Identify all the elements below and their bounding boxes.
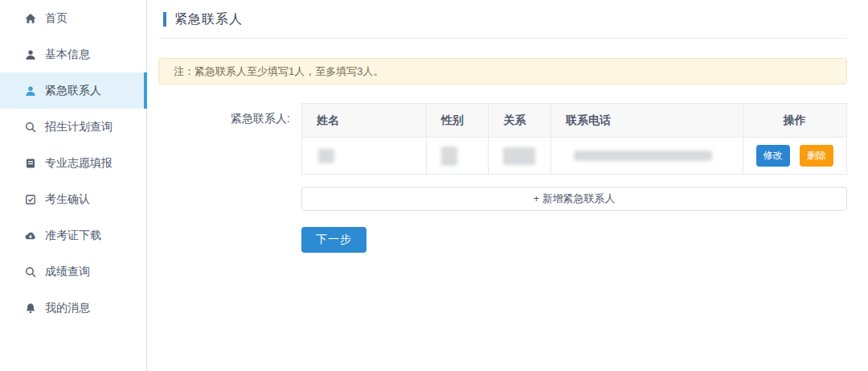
sidebar-item-label: 成绩查询 bbox=[45, 265, 90, 279]
book-icon bbox=[24, 157, 36, 169]
header-relation: 关系 bbox=[489, 104, 551, 138]
redacted-relation-value bbox=[503, 147, 535, 165]
sidebar-item-emergency-contacts[interactable]: 紧急联系人 bbox=[0, 72, 146, 109]
redacted-phone-value bbox=[574, 150, 712, 161]
user-icon bbox=[24, 48, 36, 60]
redacted-gender-value bbox=[441, 146, 457, 166]
redacted-name-value bbox=[318, 149, 334, 163]
main-content: 紧急联系人 注：紧急联系人至少填写1人，至多填写3人。 紧急联系人: 姓名 性别… bbox=[147, 0, 868, 371]
header-actions: 操作 bbox=[743, 104, 847, 138]
table-row: 修改 删除 bbox=[302, 138, 847, 175]
sidebar-item-label: 考生确认 bbox=[45, 192, 90, 207]
sidebar-item-label: 我的消息 bbox=[45, 301, 90, 315]
title-divider bbox=[158, 38, 847, 39]
sidebar: 首页 基本信息 紧急联系人 招生计划查询 专业志愿填报 bbox=[0, 0, 147, 371]
search-icon bbox=[24, 121, 36, 133]
sidebar-item-home[interactable]: 首页 bbox=[0, 0, 146, 36]
sidebar-item-label: 招生计划查询 bbox=[45, 120, 113, 134]
cell-relation bbox=[489, 138, 551, 175]
title-accent-bar bbox=[163, 12, 166, 27]
cloud-download-icon bbox=[24, 229, 36, 241]
sidebar-item-admission-plan-query[interactable]: 招生计划查询 bbox=[0, 109, 146, 145]
sidebar-item-basic-info[interactable]: 基本信息 bbox=[0, 36, 146, 72]
sidebar-item-label: 准考证下载 bbox=[45, 229, 101, 243]
sidebar-item-candidate-confirm[interactable]: 考生确认 bbox=[0, 181, 146, 217]
cell-name bbox=[302, 138, 427, 175]
cell-actions: 修改 删除 bbox=[743, 138, 847, 175]
sidebar-item-label: 基本信息 bbox=[45, 47, 90, 62]
home-icon bbox=[24, 12, 36, 24]
edit-button[interactable]: 修改 bbox=[756, 145, 790, 167]
app-window: 首页 基本信息 紧急联系人 招生计划查询 专业志愿填报 bbox=[0, 0, 868, 371]
search-icon bbox=[24, 266, 36, 278]
delete-button[interactable]: 删除 bbox=[800, 145, 833, 167]
header-name: 姓名 bbox=[302, 104, 427, 138]
emergency-contacts-field: 姓名 性别 关系 联系电话 操作 bbox=[301, 103, 847, 253]
emergency-contacts-table: 姓名 性别 关系 联系电话 操作 bbox=[301, 103, 847, 175]
sidebar-item-score-query[interactable]: 成绩查询 bbox=[0, 254, 146, 290]
sidebar-item-label: 紧急联系人 bbox=[45, 84, 101, 98]
table-header-row: 姓名 性别 关系 联系电话 操作 bbox=[302, 104, 847, 138]
notice-banner: 注：紧急联系人至少填写1人，至多填写3人。 bbox=[158, 58, 847, 85]
cell-gender bbox=[426, 138, 488, 175]
sidebar-item-admission-ticket-download[interactable]: 准考证下载 bbox=[0, 217, 146, 254]
bell-icon bbox=[24, 302, 36, 314]
sidebar-item-label: 专业志愿填报 bbox=[45, 156, 113, 171]
sidebar-item-label: 首页 bbox=[45, 11, 68, 26]
next-step-button[interactable]: 下一步 bbox=[301, 227, 366, 253]
page-title: 紧急联系人 bbox=[174, 11, 243, 28]
cell-phone bbox=[551, 138, 743, 175]
user-icon bbox=[24, 85, 36, 97]
add-emergency-contact-button[interactable]: + 新增紧急联系人 bbox=[301, 187, 847, 211]
page-title-row: 紧急联系人 bbox=[163, 11, 847, 27]
emergency-contacts-form-row: 紧急联系人: 姓名 性别 关系 联系电话 操作 bbox=[158, 103, 847, 253]
check-square-icon bbox=[24, 193, 36, 205]
sidebar-item-my-messages[interactable]: 我的消息 bbox=[0, 290, 146, 326]
sidebar-item-major-preference[interactable]: 专业志愿填报 bbox=[0, 145, 146, 181]
emergency-contacts-label: 紧急联系人: bbox=[158, 103, 301, 253]
header-phone: 联系电话 bbox=[551, 104, 743, 138]
header-gender: 性别 bbox=[426, 104, 488, 138]
